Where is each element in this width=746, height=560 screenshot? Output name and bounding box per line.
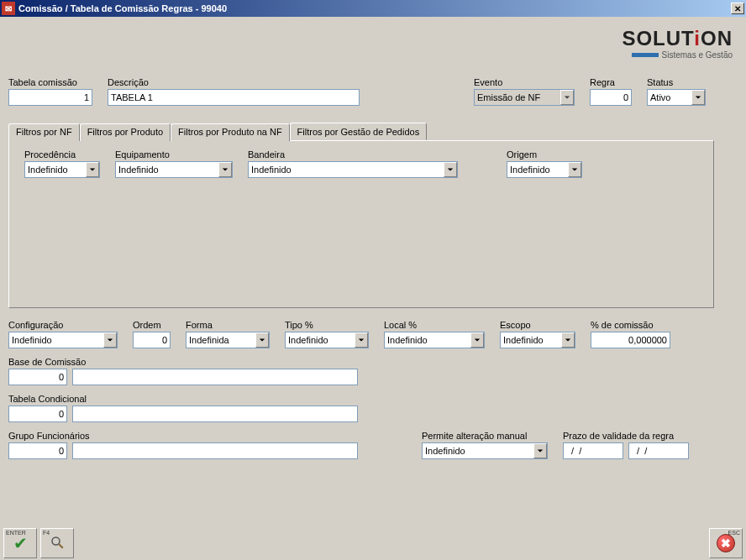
tabela-comissao-input[interactable] (8, 89, 92, 106)
escopo-label: Escopo (500, 320, 575, 330)
chevron-down-icon (255, 332, 269, 348)
configuracao-label: Configuração (8, 320, 118, 330)
chevron-down-icon (86, 162, 99, 177)
configuracao-select[interactable]: Indefinido (8, 332, 118, 348)
chevron-down-icon (355, 332, 368, 348)
chevron-down-icon (561, 332, 575, 348)
tabela-condicional-desc (72, 406, 358, 422)
forma-label: Forma (186, 320, 270, 330)
evento-select: Emissão de NF (474, 89, 575, 106)
local-pct-select[interactable]: Indefinido (384, 332, 485, 348)
pct-comissao-label: % de comissão (591, 320, 670, 330)
enter-button[interactable]: ENTER ✔ (3, 528, 37, 558)
tabela-condicional-code (8, 406, 67, 422)
chevron-down-icon (470, 332, 484, 348)
local-pct-label: Local % (384, 320, 485, 330)
base-comissao-code[interactable] (8, 369, 67, 385)
chevron-down-icon (103, 332, 117, 348)
tab-filtros-produto[interactable]: Filtros por Produto (80, 123, 171, 141)
tabela-comissao-label: Tabela comissão (8, 77, 92, 87)
escopo-value: Indefinido (503, 335, 544, 345)
grupo-funcionarios-label: Grupo Funcionários (8, 431, 358, 441)
prazo-validade-from[interactable] (563, 442, 623, 459)
tab-filtros-gestao-pedidos[interactable]: Filtros por Gestão de Pedidos (290, 123, 428, 140)
logo-text-1: SOLUT (622, 27, 694, 50)
logo-text-2: ON (701, 27, 733, 50)
app-icon: ✉ (2, 2, 15, 15)
procedencia-label: Procedência (24, 149, 100, 160)
procedencia-value: Indefinido (28, 165, 68, 175)
chevron-down-icon (568, 162, 581, 177)
escopo-select[interactable]: Indefinido (500, 332, 575, 348)
prazo-validade-label: Prazo de validade da regra (563, 431, 697, 441)
esc-cancel-button[interactable]: ESC ✖ (709, 528, 743, 558)
bandeira-label: Bandeira (248, 149, 458, 160)
base-comissao-desc (72, 369, 358, 385)
configuracao-value: Indefinido (12, 335, 52, 345)
tabela-condicional-label: Tabela Condicional (8, 394, 738, 404)
grupo-funcionarios-code (8, 442, 67, 459)
tipo-pct-label: Tipo % (285, 320, 369, 330)
f4-label: F4 (43, 530, 50, 536)
regra-input (590, 89, 632, 106)
ordem-input[interactable] (133, 332, 171, 348)
equipamento-label: Equipamento (115, 149, 233, 160)
local-pct-value: Indefinido (387, 335, 428, 345)
evento-label: Evento (474, 77, 575, 87)
chevron-down-icon (560, 90, 574, 105)
descricao-input (108, 89, 360, 106)
permite-alteracao-select[interactable]: Indefinido (422, 442, 548, 459)
logo-bar (632, 53, 659, 57)
ordem-label: Ordem (133, 320, 171, 330)
svg-point-0 (52, 537, 60, 545)
base-comissao-label: Base de Comissão (8, 357, 738, 367)
close-button[interactable]: ✕ (731, 3, 744, 14)
tab-filtros-nf[interactable]: Filtros por NF (8, 123, 80, 141)
tab-filtros-produto-nf[interactable]: Filtros por Produto na NF (171, 123, 290, 141)
svg-line-1 (59, 544, 63, 548)
check-icon: ✔ (13, 533, 28, 553)
esc-label: ESC (728, 530, 740, 536)
tipo-pct-value: Indefinido (288, 335, 328, 345)
forma-value: Indefinida (189, 335, 229, 345)
chevron-down-icon (444, 162, 457, 177)
brand-logo: SOLUTiON Sistemas e Gestão (622, 27, 733, 60)
title-bar: ✉ Comissão / Tabela de Comissão Regras -… (0, 0, 746, 17)
grupo-funcionarios-desc (72, 442, 358, 459)
evento-value: Emissão de NF (477, 92, 540, 102)
chevron-down-icon (218, 162, 232, 177)
status-value: Ativo (650, 92, 670, 102)
pct-comissao-input (591, 332, 670, 348)
window-title: Comissão / Tabela de Comissão Regras - 9… (18, 3, 731, 13)
bandeira-value: Indefinido (251, 165, 292, 175)
prazo-validade-to[interactable] (628, 442, 689, 459)
logo-tagline: Sistemas e Gestão (662, 50, 733, 60)
origem-select[interactable]: Indefinido (507, 161, 582, 178)
enter-label: ENTER (6, 530, 26, 536)
tab-strip: Filtros por NF Filtros por Produto Filtr… (8, 123, 738, 140)
equipamento-select[interactable]: Indefinido (115, 161, 233, 178)
chevron-down-icon (691, 90, 705, 105)
tab-panel: Procedência Indefinido Equipamento Indef… (8, 140, 714, 308)
status-label: Status (647, 77, 706, 87)
bandeira-select[interactable]: Indefinido (248, 161, 458, 178)
f4-search-button[interactable]: F4 (40, 528, 74, 558)
procedencia-select[interactable]: Indefinido (24, 161, 100, 178)
status-select[interactable]: Ativo (647, 89, 706, 106)
regra-label: Regra (590, 77, 632, 87)
cancel-icon: ✖ (717, 534, 735, 552)
origem-value: Indefinido (510, 165, 550, 175)
permite-alteracao-value: Indefinido (425, 446, 465, 456)
tipo-pct-select[interactable]: Indefinido (285, 332, 369, 348)
origem-label: Origem (507, 149, 582, 160)
equipamento-value: Indefinido (118, 165, 159, 175)
forma-select[interactable]: Indefinida (186, 332, 270, 348)
logo-text-i: i (694, 27, 701, 50)
descricao-label: Descrição (108, 77, 360, 87)
search-icon (50, 535, 65, 552)
permite-alteracao-label: Permite alteração manual (422, 431, 548, 441)
chevron-down-icon (533, 443, 547, 458)
